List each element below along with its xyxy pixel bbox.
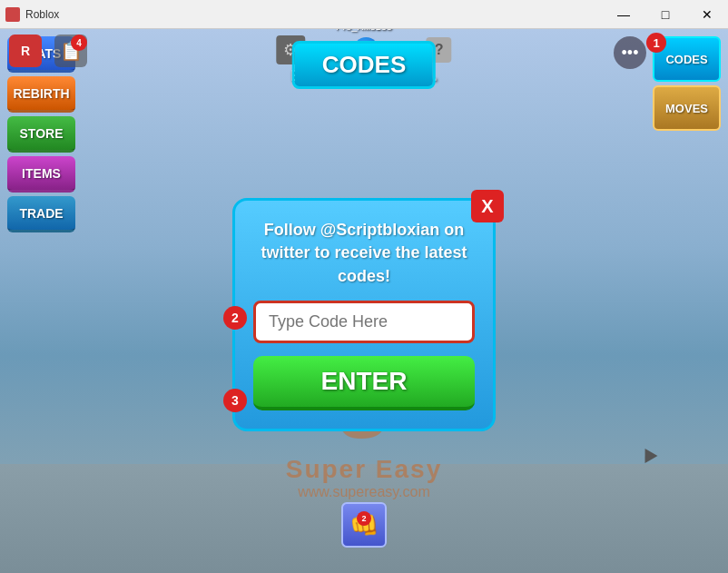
close-button[interactable]: ✕ — [686, 0, 728, 29]
modal-close-button[interactable]: X — [471, 190, 504, 222]
minimize-button[interactable]: — — [603, 0, 644, 29]
window-title: Roblox — [25, 8, 603, 21]
step-3-badge: 3 — [223, 389, 247, 412]
follow-text: Follow @Scriptbloxian on twitter to rece… — [253, 219, 475, 288]
window-controls: — □ ✕ — [603, 0, 728, 29]
modal-overlay: X 2 Follow @Scriptbloxian on twitter to … — [0, 29, 728, 573]
codes-modal: X 2 Follow @Scriptbloxian on twitter to … — [232, 198, 496, 431]
window-chrome: Roblox — □ ✕ — [0, 0, 728, 29]
enter-button[interactable]: ENTER — [253, 356, 475, 410]
maximize-button[interactable]: □ — [644, 0, 686, 29]
code-input[interactable] — [253, 301, 475, 343]
codes-title-button[interactable]: CODES — [292, 41, 436, 89]
step-2-badge: 2 — [223, 306, 247, 330]
roblox-logo — [5, 7, 20, 22]
